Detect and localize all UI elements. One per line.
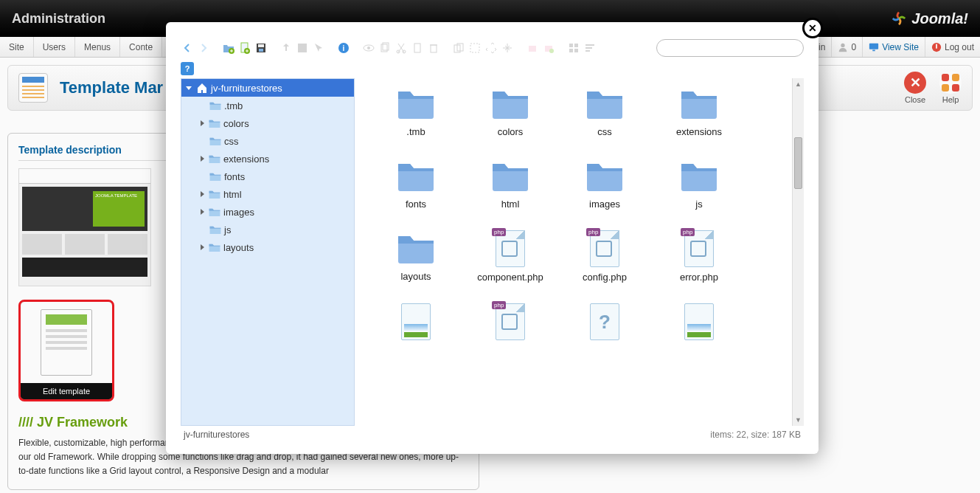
svg-rect-22 (431, 45, 437, 52)
file-label: html (501, 199, 520, 210)
grid-view-icon[interactable] (567, 41, 580, 55)
tree-item-.tmb[interactable]: .tmb (181, 97, 354, 114)
file-item[interactable]: colors (464, 86, 557, 137)
back-icon[interactable] (181, 41, 194, 55)
scrollbar[interactable]: ▲ ▼ (792, 78, 804, 426)
svg-rect-25 (470, 44, 479, 52)
php-file-icon: php (496, 303, 525, 340)
cut-icon[interactable] (395, 41, 408, 55)
open-icon[interactable] (296, 41, 309, 55)
paste-icon[interactable] (411, 41, 424, 55)
tree-item-label: images (223, 207, 254, 218)
folder-icon (397, 158, 435, 194)
file-item[interactable]: images (558, 158, 651, 210)
resize-icon[interactable] (484, 41, 498, 55)
help-toggle-icon[interactable]: ? (181, 62, 194, 75)
tree-item-layouts[interactable]: layouts (181, 238, 354, 256)
file-item[interactable]: php (464, 303, 557, 345)
folder-icon (585, 158, 624, 194)
info-icon[interactable]: i (337, 41, 350, 55)
extract-icon[interactable] (526, 41, 539, 55)
chevron-down-icon (186, 86, 192, 90)
home-icon (196, 82, 208, 94)
file-label: component.php (477, 272, 543, 283)
tree-root-label: jv-furniturestores (211, 83, 282, 94)
image-file-icon (684, 303, 714, 340)
file-item[interactable]: js (653, 158, 746, 210)
svg-point-20 (403, 50, 406, 53)
upload-icon[interactable] (279, 41, 293, 55)
new-file-icon[interactable] (238, 41, 251, 55)
modal-close-button[interactable]: ✕ (802, 18, 823, 38)
image-file-icon (401, 303, 431, 340)
file-label: error.php (680, 272, 718, 283)
delete-icon[interactable] (427, 41, 440, 55)
file-item[interactable] (653, 303, 746, 345)
folder-icon (397, 86, 435, 122)
tree-root[interactable]: jv-furniturestores (181, 79, 354, 97)
edit-icon[interactable] (468, 41, 482, 55)
svg-rect-35 (585, 50, 590, 52)
chevron-right-icon (201, 120, 204, 126)
svg-rect-26 (529, 46, 536, 52)
preview-icon[interactable] (362, 41, 375, 55)
file-label: css (597, 126, 612, 137)
svg-rect-30 (574, 44, 578, 47)
file-label: colors (498, 126, 524, 137)
file-manager-statusbar: jv-furniturestores items: 22, size: 187 … (181, 426, 804, 444)
tree-item-js[interactable]: js (181, 221, 354, 238)
file-item[interactable]: extensions (653, 86, 746, 137)
save-icon[interactable] (254, 41, 268, 55)
file-item[interactable]: layouts (369, 230, 462, 283)
chevron-right-icon (201, 156, 204, 162)
tree-item-images[interactable]: images (181, 203, 354, 221)
svg-rect-11 (259, 49, 263, 52)
svg-rect-34 (585, 47, 592, 49)
select-icon[interactable] (312, 41, 325, 55)
file-item[interactable] (369, 303, 462, 345)
sort-icon[interactable] (583, 41, 597, 55)
svg-rect-29 (569, 44, 573, 47)
forward-icon[interactable] (197, 41, 210, 55)
tree-item-html[interactable]: html (181, 185, 354, 203)
file-grid: .tmbcolorscssextensionsfontshtmlimagesjs… (355, 78, 804, 426)
folder-stats: items: 22, size: 187 KB (710, 430, 801, 440)
copy-icon[interactable] (378, 41, 392, 55)
file-item[interactable]: fonts (369, 158, 462, 210)
file-item[interactable]: html (464, 158, 557, 210)
file-item[interactable]: phperror.php (653, 230, 746, 283)
folder-icon (680, 86, 718, 122)
file-label: .tmb (406, 126, 425, 137)
svg-rect-12 (298, 44, 307, 52)
file-item[interactable]: phpcomponent.php (464, 230, 557, 283)
chevron-right-icon (201, 209, 204, 215)
file-item[interactable]: css (558, 86, 651, 137)
search-input[interactable] (656, 39, 804, 57)
svg-point-28 (549, 49, 554, 53)
php-file-icon: php (590, 230, 619, 267)
folder-icon (491, 158, 529, 194)
file-item[interactable]: phpconfig.php (558, 230, 651, 283)
new-folder-icon[interactable] (222, 41, 235, 55)
file-manager-modal: ✕ i (166, 22, 819, 454)
svg-text:i: i (343, 44, 345, 52)
tree-item-css[interactable]: css (181, 132, 354, 150)
tree-item-colors[interactable]: colors (181, 114, 354, 132)
folder-icon (397, 230, 435, 266)
svg-point-16 (367, 46, 370, 49)
tree-item-extensions[interactable]: extensions (181, 150, 354, 168)
folder-icon (585, 86, 624, 122)
svg-point-19 (397, 50, 400, 53)
scroll-thumb[interactable] (794, 137, 802, 189)
duplicate-icon[interactable] (452, 41, 465, 55)
scroll-down-icon[interactable]: ▼ (793, 414, 804, 426)
php-file-icon: php (496, 230, 525, 267)
file-item[interactable]: ? (558, 303, 651, 345)
archive-icon[interactable] (542, 41, 555, 55)
crop-icon[interactable] (501, 41, 514, 55)
file-item[interactable]: .tmb (369, 86, 462, 137)
breadcrumb: jv-furniturestores (184, 430, 249, 440)
chevron-right-icon (201, 244, 204, 250)
tree-item-fonts[interactable]: fonts (181, 168, 354, 185)
scroll-up-icon[interactable]: ▲ (793, 78, 804, 90)
